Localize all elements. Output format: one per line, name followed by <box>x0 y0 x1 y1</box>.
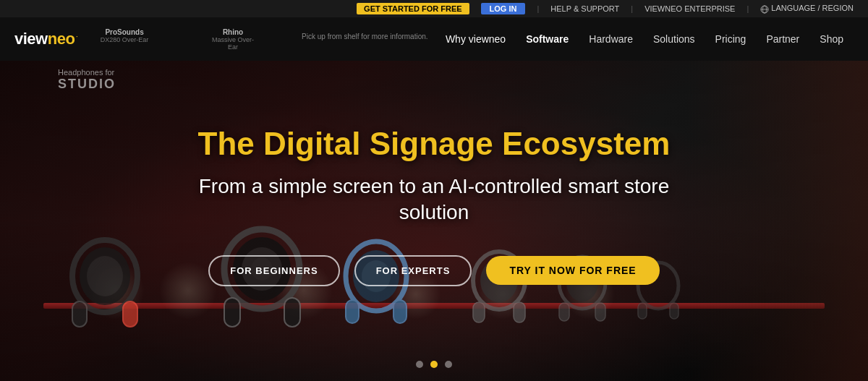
navbar: viewneo· ProSounds DX280 Over-Ear Rhino … <box>0 17 868 61</box>
nav-why-viewneo[interactable]: Why viewneo <box>435 17 516 61</box>
nav-solutions[interactable]: Solutions <box>643 17 705 61</box>
for-beginners-button[interactable]: FOR BEGINNERS <box>208 255 339 286</box>
hero-content: The Digital Signage Ecosystem From a sim… <box>148 127 720 286</box>
svg-rect-9 <box>224 298 240 327</box>
logo-neo: neo <box>48 30 75 48</box>
svg-point-7 <box>87 256 123 296</box>
store-label: Headphones for STUDIO <box>58 68 116 92</box>
preview-item-2: Rhino Massive Over-Ear <box>208 28 258 51</box>
logo-view: view <box>14 30 48 48</box>
top-bar: GET STARTED FOR FREE LOG IN | HELP & SUP… <box>0 0 868 17</box>
hero-buttons: FOR BEGINNERS FOR EXPERTS TRY IT NOW FOR… <box>163 255 705 286</box>
svg-rect-21 <box>514 302 525 322</box>
nav-software[interactable]: Software <box>516 17 579 61</box>
nav-hardware[interactable]: Hardware <box>579 17 643 61</box>
hero-subtitle: From a simple screen to an AI-controlled… <box>163 174 705 226</box>
carousel-dot-1[interactable] <box>416 361 423 368</box>
hero-section: Headphones for STUDIO The Digital Signag… <box>0 61 868 381</box>
nav-links: Why viewneo Software Hardware Solutions … <box>435 17 854 61</box>
svg-rect-28 <box>638 303 647 319</box>
svg-rect-5 <box>123 301 137 327</box>
svg-rect-25 <box>595 303 605 321</box>
svg-rect-10 <box>284 298 300 327</box>
language-selector[interactable]: LANGUAGE / REGION <box>760 4 854 13</box>
logo[interactable]: viewneo· <box>14 30 77 48</box>
carousel-dot-2[interactable] <box>430 361 438 368</box>
svg-rect-20 <box>473 302 485 322</box>
svg-rect-4 <box>72 301 87 327</box>
get-started-button[interactable]: GET STARTED FOR FREE <box>357 3 469 14</box>
headphone-1 <box>58 236 152 338</box>
divider-3: | <box>746 4 749 13</box>
nav-preview-area: ProSounds DX280 Over-Ear Rhino Massive O… <box>99 28 435 51</box>
divider-1: | <box>537 4 539 13</box>
try-free-button[interactable]: TRY IT NOW FOR FREE <box>486 256 659 285</box>
nav-shop[interactable]: Shop <box>809 17 854 61</box>
preview-item-1: ProSounds DX280 Over-Ear <box>99 28 150 51</box>
carousel-dot-3[interactable] <box>445 361 452 368</box>
carousel-dots <box>416 361 452 368</box>
enterprise-link[interactable]: VIEWNEO ENTERPRISE <box>644 4 735 13</box>
hero-title: The Digital Signage Ecosystem <box>163 127 705 161</box>
globe-icon <box>760 5 769 14</box>
for-experts-button[interactable]: FOR EXPERTS <box>354 255 472 286</box>
nav-pricing[interactable]: Pricing <box>705 17 757 61</box>
login-button[interactable]: LOG IN <box>481 3 526 14</box>
nav-partner[interactable]: Partner <box>756 17 809 61</box>
logo-text: viewneo· <box>14 30 77 48</box>
svg-rect-24 <box>559 303 569 321</box>
help-support-link[interactable]: HELP & SUPPORT <box>550 4 619 13</box>
svg-rect-29 <box>670 303 678 319</box>
divider-2: | <box>631 4 633 13</box>
svg-rect-15 <box>346 300 359 323</box>
svg-rect-16 <box>393 300 407 323</box>
preview-label: Pick up from shelf for more information. <box>302 33 428 51</box>
